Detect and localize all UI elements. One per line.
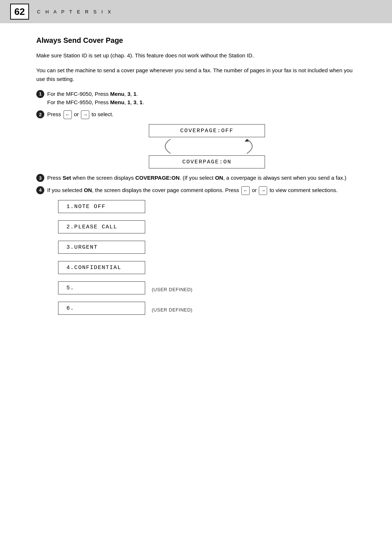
paragraph-1: Make sure Station ID is set up (chap. 4)… bbox=[36, 51, 356, 60]
step-2: 2 Press ← or → to select. bbox=[36, 110, 356, 119]
main-content: Always Send Cover Page Make sure Station… bbox=[0, 23, 392, 344]
left-arrow-2-icon: ← bbox=[241, 186, 250, 195]
option-row-2: 2.PLEASE CALL bbox=[58, 220, 356, 237]
option-row-1: 1.NOTE OFF bbox=[58, 200, 356, 217]
step-2-text: Press ← or → to select. bbox=[47, 110, 113, 119]
right-arrow-icon: → bbox=[81, 110, 89, 119]
lcd-coverpage-off: COVERPAGE:OFF bbox=[149, 124, 265, 137]
option-row-3: 3.URGENT bbox=[58, 241, 356, 257]
step-4-text: If you selected ON, the screen displays … bbox=[47, 186, 338, 195]
step-2-number: 2 bbox=[36, 110, 44, 118]
chapter-label: C H A P T E R S I X bbox=[37, 9, 113, 15]
left-arrow-icon: ← bbox=[64, 110, 72, 119]
paragraph-2: You can set the machine to send a cover … bbox=[36, 66, 356, 83]
option-box-4: 4.CONFIDENTIAL bbox=[58, 261, 145, 274]
lcd-arc-arrow bbox=[149, 137, 265, 155]
step-1-number: 1 bbox=[36, 90, 44, 98]
option-row-5: 5. (USER DEFINED) bbox=[58, 281, 356, 298]
step-3-text: Press Set when the screen displays COVER… bbox=[47, 174, 346, 182]
lcd-coverpage-on: COVERPAGE:ON bbox=[149, 155, 265, 168]
steps-list: 1 For the MFC-9050, Press Menu, 3, 1. Fo… bbox=[36, 90, 356, 318]
option-row-4: 4.CONFIDENTIAL bbox=[58, 261, 356, 278]
step-1: 1 For the MFC-9050, Press Menu, 3, 1. Fo… bbox=[36, 90, 356, 107]
lcd-diagram: COVERPAGE:OFF COVERPAGE:ON bbox=[58, 124, 356, 168]
step-3-number: 3 bbox=[36, 174, 44, 182]
step-4-number: 4 bbox=[36, 186, 44, 194]
option-list: 1.NOTE OFF 2.PLEASE CALL 3.URGENT 4.CONF… bbox=[58, 200, 356, 318]
option-row-6: 6. (USER DEFINED) bbox=[58, 302, 356, 318]
user-defined-5: (USER DEFINED) bbox=[152, 287, 192, 292]
header-bar: 62 C H A P T E R S I X bbox=[0, 0, 392, 23]
option-box-2: 2.PLEASE CALL bbox=[58, 220, 145, 233]
option-box-3: 3.URGENT bbox=[58, 241, 145, 254]
option-box-6: 6. bbox=[58, 302, 145, 315]
chapter-number: 62 bbox=[10, 4, 29, 20]
right-arrow-2-icon: → bbox=[259, 186, 267, 195]
step-3: 3 Press Set when the screen displays COV… bbox=[36, 174, 356, 182]
option-box-1: 1.NOTE OFF bbox=[58, 200, 145, 213]
option-box-5: 5. bbox=[58, 281, 145, 294]
step-4: 4 If you selected ON, the screen display… bbox=[36, 186, 356, 195]
section-title: Always Send Cover Page bbox=[36, 36, 356, 45]
step-1-text: For the MFC-9050, Press Menu, 3, 1. For … bbox=[47, 90, 144, 107]
user-defined-6: (USER DEFINED) bbox=[152, 307, 192, 313]
